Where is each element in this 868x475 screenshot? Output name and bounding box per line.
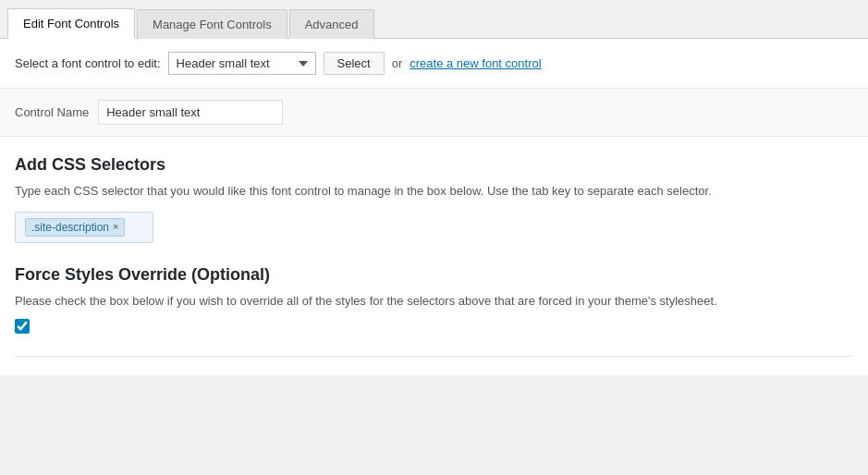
main-content: Control Name Add CSS Selectors Type each… [0,89,868,375]
force-styles-desc: Please check the box below if you wish t… [15,292,853,311]
force-styles-title: Force Styles Override (Optional) [15,265,853,285]
dropdown-label: Select a font control to edit: [15,56,161,70]
selector-tag: .site-description × [25,218,125,237]
tag-value: .site-description [31,221,109,234]
create-new-font-control-link[interactable]: create a new font control [410,56,541,70]
checkbox-wrapper [15,319,853,334]
tabs-bar: Edit Font Controls Manage Font Controls … [0,0,868,39]
tag-close-icon[interactable]: × [113,222,118,232]
tag-input-area[interactable]: .site-description × [15,212,153,243]
or-text: or [392,56,403,70]
toolbar-row: Select a font control to edit: Header sm… [0,39,868,89]
font-control-dropdown[interactable]: Header small text [168,52,316,75]
control-name-input[interactable] [98,100,283,125]
control-name-row: Control Name [0,89,868,137]
css-selectors-title: Add CSS Selectors [15,155,853,175]
tab-manage[interactable]: Manage Font Controls [137,9,287,39]
css-selectors-desc: Type each CSS selector that you would li… [15,182,853,201]
control-name-label: Control Name [15,105,89,119]
force-styles-checkbox[interactable] [15,319,30,334]
bottom-divider [15,356,853,357]
select-button[interactable]: Select [324,52,385,75]
tab-advanced[interactable]: Advanced [289,9,374,39]
tab-edit[interactable]: Edit Font Controls [7,8,135,39]
force-styles-section: Force Styles Override (Optional) Please … [15,265,853,335]
content-area: Select a font control to edit: Header sm… [0,39,868,375]
